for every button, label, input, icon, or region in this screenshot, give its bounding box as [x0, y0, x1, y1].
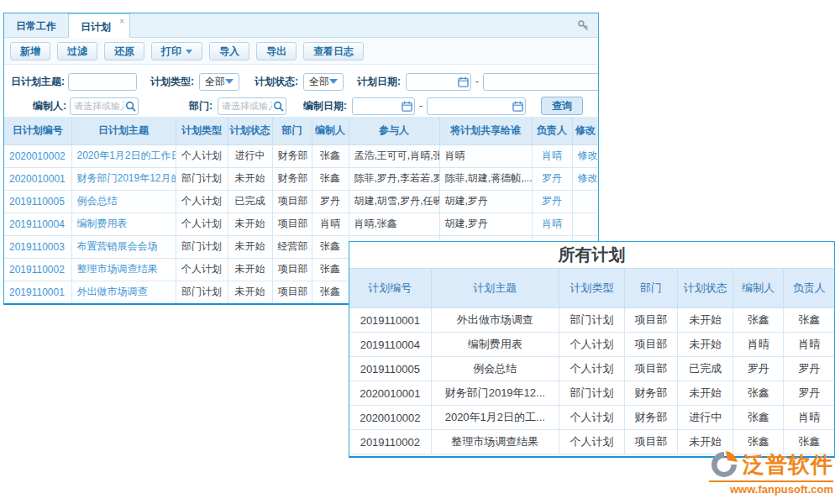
- table-row: 20200100022020年1月2日的工...个人计划财务部进行中张鑫肖晴: [349, 406, 834, 430]
- page-title: 所有计划: [349, 242, 834, 268]
- table-cell: 未开始: [678, 308, 733, 333]
- import-button[interactable]: 导入: [209, 42, 249, 60]
- table-cell: 财务部: [272, 167, 312, 190]
- make-date-end-input[interactable]: [427, 97, 526, 115]
- cell-link[interactable]: 肖晴: [532, 213, 572, 235]
- subject-input[interactable]: [68, 73, 137, 91]
- tab-bar: 日常工作 日计划 ×: [4, 13, 598, 38]
- calendar-icon[interactable]: [458, 76, 469, 87]
- cell-link[interactable]: 编制费用表: [71, 213, 176, 235]
- table-cell: 肖晴: [784, 406, 834, 430]
- calendar-icon[interactable]: [512, 101, 523, 112]
- calendar-icon[interactable]: [402, 101, 412, 112]
- plan-type-select[interactable]: 全部: [199, 73, 239, 91]
- table-cell: 胡建,罗丹: [439, 190, 532, 213]
- column-header: 编制人: [733, 269, 784, 308]
- cell-link[interactable]: 例会总结: [71, 190, 176, 213]
- toolbar-button-label: 导入: [219, 45, 239, 59]
- cell-link[interactable]: 肖晴: [532, 144, 572, 167]
- plan-status-label: 计划状态:: [255, 75, 298, 89]
- table-cell: 2020010001: [349, 381, 431, 406]
- filter-panel: 日计划主题: 计划类型: 全部 计划状态: 全部 计划日期:: [4, 65, 598, 117]
- column-header: 日计划主题: [71, 117, 176, 144]
- column-header: 计划类型: [559, 269, 624, 308]
- cell-link[interactable]: 财务部门2019年12月的...: [71, 167, 176, 190]
- table-cell: 部门计划: [176, 167, 228, 190]
- column-header: 负责人: [532, 117, 572, 144]
- table-cell: 张鑫: [312, 167, 349, 190]
- toolbar-button-label: 新增: [20, 45, 40, 59]
- cell-link[interactable]: 修改: [572, 144, 598, 167]
- table-cell: 个人计划: [176, 213, 228, 235]
- search-button[interactable]: 查询: [541, 97, 583, 115]
- table-cell: 肖晴: [733, 333, 784, 357]
- cell-link[interactable]: 2020010002: [4, 144, 71, 167]
- plan-type-label: 计划类型:: [150, 75, 194, 89]
- cell-link[interactable]: 2019110001: [4, 281, 71, 303]
- cell-link[interactable]: 2019110002: [4, 258, 71, 281]
- key-icon[interactable]: [577, 19, 590, 32]
- table-cell: 罗丹: [733, 357, 784, 381]
- tab-daily-plan-label: 日计划: [81, 21, 111, 33]
- table-cell: 未开始: [228, 281, 272, 303]
- restore-button[interactable]: 还原: [104, 42, 144, 60]
- table-cell: 胡建,胡雪,罗丹,任晓...: [349, 190, 439, 213]
- print-button[interactable]: 打印: [151, 42, 202, 60]
- table-cell: 个人计划: [176, 258, 228, 281]
- table-cell: 进行中: [228, 144, 272, 167]
- search-icon[interactable]: [125, 101, 136, 112]
- table-row: 2019110004编制费用表个人计划项目部未开始肖晴肖晴: [349, 333, 834, 357]
- filter-button[interactable]: 过滤: [57, 42, 97, 60]
- table-cell: 项目部: [625, 430, 678, 454]
- cell-link[interactable]: 罗丹: [532, 190, 572, 213]
- table-cell: 未开始: [228, 213, 272, 235]
- table-cell: 张鑫: [733, 308, 784, 333]
- cell-link[interactable]: 布置营销展会会场: [71, 235, 176, 258]
- subject-label: 日计划主题:: [11, 75, 65, 89]
- view-log-button[interactable]: 查看日志: [303, 42, 364, 60]
- table-cell: 个人计划: [559, 357, 624, 381]
- fanpu-logo-icon: [709, 449, 739, 480]
- cell-link[interactable]: 2019110005: [4, 190, 71, 213]
- table-cell: 胡建,罗丹: [439, 213, 532, 235]
- tab-daily-plan[interactable]: 日计划 ×: [68, 13, 130, 38]
- all-plans-table: 计划编号计划主题计划类型部门计划状态编制人负责人2019110001外出做市场调…: [349, 268, 834, 454]
- cell-link[interactable]: 外出做市场调查: [71, 281, 176, 303]
- filter-row-2: 编制人: 部门: 编制日期:: [11, 96, 598, 116]
- close-icon[interactable]: ×: [119, 17, 124, 26]
- toolbar-button-label: 打印: [161, 45, 181, 59]
- maker-label: 编制人:: [11, 99, 66, 113]
- column-header: 计划主题: [431, 269, 559, 308]
- column-header: 负责人: [784, 269, 834, 308]
- table-cell: 罗丹: [784, 357, 834, 381]
- tab-daily-work[interactable]: 日常工作: [4, 13, 68, 37]
- table-cell: 张鑫: [784, 308, 834, 333]
- cell-link[interactable]: 罗丹: [532, 167, 572, 190]
- table-cell: 财务部: [625, 406, 678, 430]
- table-row: 2019110004编制费用表个人计划未开始项目部肖晴肖晴,张鑫胡建,罗丹肖晴: [4, 213, 598, 235]
- column-header: 计划状态: [678, 269, 733, 308]
- table-cell: 张鑫: [312, 235, 349, 258]
- table-cell: 整理市场调查结果: [431, 430, 559, 454]
- export-button[interactable]: 导出: [256, 42, 297, 60]
- date-range-separator: -: [419, 100, 423, 112]
- cell-link[interactable]: 整理市场调查结果: [71, 258, 176, 281]
- toolbar-button-label: 还原: [114, 45, 134, 59]
- cell-link[interactable]: 2020010001: [4, 167, 71, 190]
- cell-link[interactable]: 2019110004: [4, 213, 71, 235]
- cell-link[interactable]: 修改: [572, 167, 598, 190]
- search-icon[interactable]: [273, 101, 284, 112]
- cell-link[interactable]: 2019110003: [4, 235, 71, 258]
- cell-link[interactable]: 2020年1月2日的工作日...: [71, 144, 176, 167]
- table-cell: 编制费用表: [431, 333, 559, 357]
- table-cell: 项目部: [625, 308, 678, 333]
- brand-name: 泛普软件: [743, 450, 833, 480]
- plan-status-select[interactable]: 全部: [303, 73, 344, 91]
- table-cell: 个人计划: [559, 333, 624, 357]
- table-row: 2019110005例会总结个人计划已完成项目部罗丹胡建,胡雪,罗丹,任晓...…: [4, 190, 598, 213]
- add-button[interactable]: 新增: [10, 42, 50, 60]
- plan-date-end-input[interactable]: [483, 73, 598, 91]
- table-header-row: 计划编号计划主题计划类型部门计划状态编制人负责人: [349, 269, 834, 308]
- column-header: 部门: [625, 269, 678, 308]
- table-cell: 2020年1月2日的工...: [431, 406, 559, 430]
